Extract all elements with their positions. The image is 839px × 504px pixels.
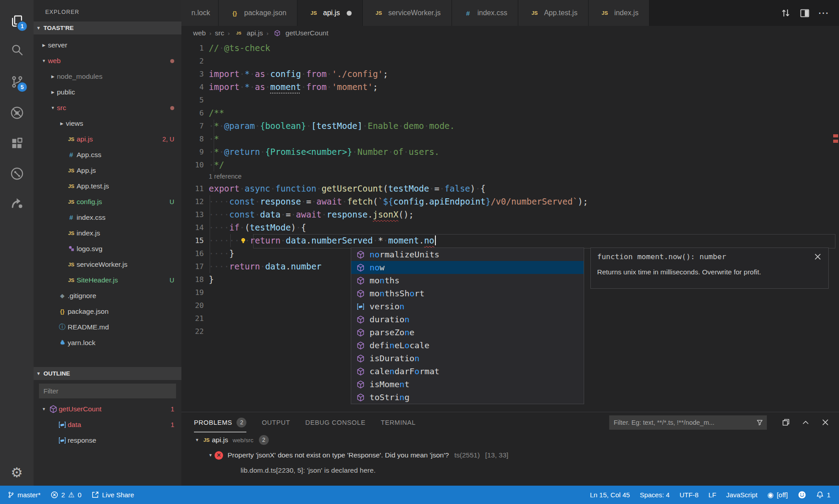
suggest-item-months[interactable]: months [351,274,584,287]
line-number[interactable]: 9 [181,145,204,158]
outline-item-response[interactable]: response [34,432,181,448]
activity-item-debug[interactable] [0,102,34,124]
outline-filter-input[interactable] [39,384,176,398]
code-text[interactable]: ·*·@return·{Promise<number>}·Number·of·u… [209,145,439,158]
line-number[interactable]: 13 [181,208,204,221]
line-number[interactable]: 22 [181,325,204,338]
line-number[interactable]: 16 [181,247,204,260]
status-item-feedback[interactable] [793,486,811,504]
problem-error-row[interactable]: ▼ ✕ Property 'jsonX' does not exist on t… [181,448,839,463]
code-text[interactable]: ····return·data.number [209,260,322,273]
tree-item-node_modules[interactable]: ▶node_modules [34,68,181,84]
code-line-3[interactable]: 3import·*·as·config·from·'./config'; [181,68,839,81]
code-line-15[interactable]: 15········return·data.numberServed·*·mom… [181,234,839,247]
line-number[interactable]: 8 [181,132,204,145]
activity-item-extensions[interactable] [0,132,34,155]
close-panel-button[interactable] [818,415,832,429]
suggest-item-version[interactable]: version [351,300,584,313]
code-text[interactable]: ····} [209,247,234,260]
code-line-10[interactable]: 10·*/ [181,158,839,171]
outline-item-data[interactable]: data1 [34,417,181,432]
status-item-eol[interactable]: LF [703,486,721,504]
suggest-item-parseZone[interactable]: parseZone [351,326,584,339]
tree-item-app.test.js[interactable]: JSApp.test.js [34,178,181,194]
code-line-2[interactable]: 2 [181,55,839,68]
status-item-live-share[interactable]: Live Share [86,486,139,504]
activity-item-search[interactable] [0,38,34,61]
tree-item-.gitignore[interactable]: ◆.gitignore [34,288,181,303]
code-text[interactable]: ····const·data·=·await·response.jsonX(); [209,208,414,221]
open-in-editor-button[interactable] [779,415,792,429]
project-section-header[interactable]: ▼ TOAST'RE [34,21,181,34]
problems-filter-input[interactable] [609,419,756,426]
tree-item-serviceworker.js[interactable]: JSserviceWorker.js [34,256,181,272]
tab-package.json[interactable]: {}package.json [219,0,297,26]
activity-item-test-explorer[interactable] [0,162,34,185]
code-text[interactable]: export·async·function·getUserCount(testM… [209,182,486,195]
tree-item-server[interactable]: ▶server [34,37,181,53]
tree-item-app.js[interactable]: JSApp.js [34,162,181,178]
tree-item-config.js[interactable]: JSconfig.jsU [34,194,181,209]
status-item-cursor-position[interactable]: Ln 15, Col 45 [585,486,635,504]
line-number[interactable]: 19 [181,286,204,299]
line-number[interactable]: 4 [181,81,204,94]
tab-api.js[interactable]: JSapi.js [297,0,362,26]
line-number[interactable]: 15 [181,234,204,247]
breadcrumb-item-src[interactable]: src [215,29,224,37]
breadcrumb-item-api.js[interactable]: JSapi.js [233,29,263,37]
tree-item-views[interactable]: ▶views [34,115,181,131]
tree-item-logo.svg[interactable]: logo.svg [34,241,181,256]
code-line-12[interactable]: 12····const·response·=·await·fetch(`${co… [181,195,839,208]
suggest-item-toString[interactable]: toString [351,391,584,404]
tree-item-index.css[interactable]: #index.css [34,209,181,225]
code-line-1[interactable]: 1//·@ts-check [181,42,839,55]
status-item-indentation[interactable]: Spaces: 4 [635,486,675,504]
line-number[interactable]: 14 [181,221,204,234]
panel-tab-terminal[interactable]: TERMINAL [381,412,416,432]
problems-file-row[interactable]: ▼ JS api.js web/src 2 [181,432,839,448]
code-text[interactable]: ·*/ [209,158,224,171]
line-number[interactable]: 6 [181,107,204,120]
suggest-item-calendarFormat[interactable]: calendarFormat [351,365,584,378]
code-line-6[interactable]: 6/** [181,107,839,120]
suggest-item-monthsShort[interactable]: monthsShort [351,287,584,300]
code-line-14[interactable]: 14····if·(testMode)·{ [181,221,839,234]
line-number[interactable]: 12 [181,195,204,208]
tree-item-package.json[interactable]: {}package.json [34,303,181,319]
activity-item-explorer[interactable]: 1 [0,10,34,32]
tree-item-readme.md[interactable]: ⓘREADME.md [34,319,181,335]
line-number[interactable]: 7 [181,120,204,132]
line-number[interactable]: 20 [181,299,204,312]
code-line-5[interactable]: 5 [181,94,839,107]
tree-item-yarn.lock[interactable]: yarn.lock [34,335,181,350]
tab-n.lock[interactable]: n.lock [181,0,219,26]
code-text[interactable]: import·*·as·config·from·'./config'; [209,68,388,81]
activity-item-live-share[interactable] [0,192,34,214]
line-number[interactable]: 18 [181,273,204,286]
line-number[interactable]: 5 [181,94,204,107]
code-line-8[interactable]: 8·* [181,132,839,145]
outline-item-getusercount[interactable]: ▼getUserCount1 [34,401,181,417]
tab-index.css[interactable]: #index.css [452,0,519,26]
code-text[interactable]: } [209,273,214,286]
tab-index.js[interactable]: JSindex.js [589,0,650,26]
line-number[interactable]: 21 [181,312,204,325]
status-item-git-branch[interactable]: master* [3,486,46,504]
tree-item-web[interactable]: ▼web [34,53,181,68]
code-text[interactable]: /** [209,107,224,120]
line-number[interactable]: 1 [181,42,204,55]
panel-tab-debug-console[interactable]: DEBUG CONSOLE [305,412,366,432]
status-item-notifications[interactable]: 1 [811,486,835,504]
code-line-11[interactable]: 11export·async·function·getUserCount(tes… [181,182,839,195]
code-text[interactable]: ····const·response·=·await·fetch(`${conf… [209,195,588,208]
tree-item-public[interactable]: ▶public [34,84,181,100]
tab-App.test.js[interactable]: JSApp.test.js [518,0,589,26]
tree-item-index.js[interactable]: JSindex.js [34,225,181,241]
code-text[interactable]: ····if·(testMode)·{ [209,221,306,234]
breadcrumb-item-web[interactable]: web [193,29,206,37]
suggest-item-defineLocale[interactable]: defineLocale [351,339,584,352]
code-line-9[interactable]: 9·*·@return·{Promise<number>}·Number·of·… [181,145,839,158]
code-line-7[interactable]: 7·*·@param·{boolean}·[testMode]·Enable·d… [181,120,839,132]
line-number[interactable]: 10 [181,158,204,171]
breadcrumb-item-getUserCount[interactable]: getUserCount [272,29,328,38]
